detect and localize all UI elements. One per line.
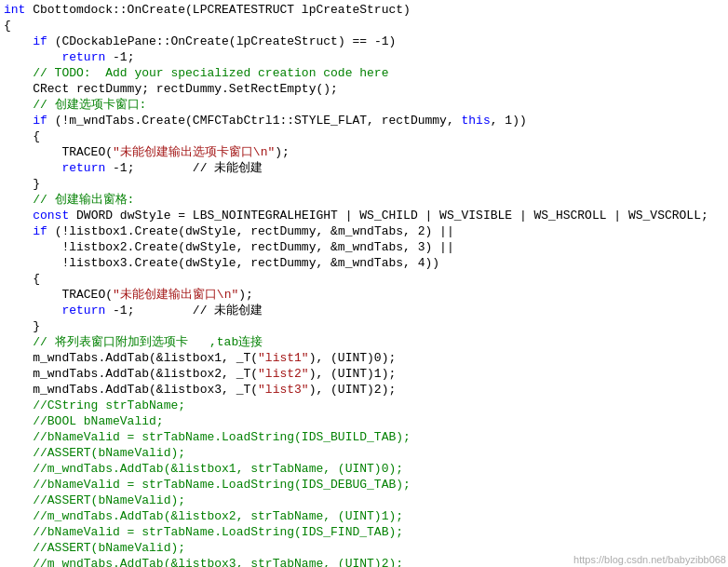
code-line-16: !listbox2.Create(dwStyle, rectDummy, &m_… xyxy=(0,239,728,255)
code-line-28: //bNameValid = strTabName.LoadString(IDS… xyxy=(0,429,728,445)
code-line-13: // 创建输出窗格: xyxy=(0,192,728,208)
code-line-9: { xyxy=(0,128,728,144)
code-line-10: TRACEO("未能创建输出选项卡窗口\n"); xyxy=(0,144,728,160)
code-line-22: // 将列表窗口附加到选项卡 ,tab连接 xyxy=(0,334,728,350)
token: if xyxy=(33,34,47,48)
token xyxy=(4,34,33,48)
code-line-19: TRACEO("未能创建输出窗口\n"); xyxy=(0,287,728,303)
token: //m_wndTabs.AddTab(&listbox3, strTabName… xyxy=(4,557,403,567)
token xyxy=(4,161,61,175)
code-line-26: //CString strTabName; xyxy=(0,398,728,413)
token: //bNameValid = strTabName.LoadString(IDS… xyxy=(4,525,403,539)
token: "未能创建输出窗口\n" xyxy=(113,288,238,302)
line-content: return -1; // 未能创建 xyxy=(0,303,728,318)
token xyxy=(4,224,33,238)
code-line-25: m_wndTabs.AddTab(&listbox3, _T("list3"),… xyxy=(0,382,728,398)
token: !listbox2.Create(dwStyle, rectDummy, &m_… xyxy=(4,240,454,254)
line-content: const DWORD dwStyle = LBS_NOINTEGRALHEIG… xyxy=(0,208,728,223)
token: -1; xyxy=(105,50,134,64)
token: "list3" xyxy=(258,383,309,397)
token: } xyxy=(4,319,40,333)
token: "未能创建输出选项卡窗口\n" xyxy=(113,145,275,159)
token: return xyxy=(61,50,105,64)
token xyxy=(4,50,61,64)
code-lines: int Cbottomdock::OnCreate(LPCREATESTRUCT… xyxy=(0,2,728,567)
token: //ASSERT(bNameValid); xyxy=(4,446,185,460)
token: //m_wndTabs.AddTab(&listbox1, strTabName… xyxy=(4,462,403,476)
token: Cbottomdock::OnCreate(LPCREATESTRUCT lpC… xyxy=(25,3,410,17)
code-line-32: //ASSERT(bNameValid); xyxy=(0,493,728,508)
token: //ASSERT(bNameValid); xyxy=(4,493,185,507)
token: //bNameValid = strTabName.LoadString(IDS… xyxy=(4,478,411,492)
token: // 创建选项卡窗口: xyxy=(4,98,146,112)
token: (!listbox1.Create(dwStyle, rectDummy, &m… xyxy=(47,224,454,238)
token: TRACEO( xyxy=(4,288,113,302)
line-content: // TODO: Add your specialized creation c… xyxy=(0,65,728,81)
line-content: if (!listbox1.Create(dwStyle, rectDummy,… xyxy=(0,223,728,239)
line-content: //bNameValid = strTabName.LoadString(IDS… xyxy=(0,429,728,445)
line-content: //bNameValid = strTabName.LoadString(IDS… xyxy=(0,524,728,540)
token: (CDockablePane::OnCreate(lpCreateStruct)… xyxy=(47,34,396,48)
code-line-31: //bNameValid = strTabName.LoadString(IDS… xyxy=(0,477,728,493)
code-line-30: //m_wndTabs.AddTab(&listbox1, strTabName… xyxy=(0,461,728,477)
line-content: TRACEO("未能创建输出选项卡窗口\n"); xyxy=(0,144,728,160)
line-content: // 创建输出窗格: xyxy=(0,192,728,208)
token: if xyxy=(33,114,47,128)
code-line-27: //BOOL bNameValid; xyxy=(0,413,728,429)
token: !listbox3.Create(dwStyle, rectDummy, &m_… xyxy=(4,256,439,270)
token: -1; // 未能创建 xyxy=(105,161,263,175)
token: // TODO: Add your specialized creation c… xyxy=(4,66,388,80)
code-line-4: return -1; xyxy=(0,49,728,65)
line-content: TRACEO("未能创建输出窗口\n"); xyxy=(0,287,728,303)
line-content: } xyxy=(0,318,728,334)
code-line-11: return -1; // 未能创建 xyxy=(0,160,728,176)
token: TRACEO( xyxy=(4,145,113,159)
line-content: //CString strTabName; xyxy=(0,398,728,413)
line-content: //BOOL bNameValid; xyxy=(0,413,728,429)
code-editor: int Cbottomdock::OnCreate(LPCREATESTRUCT… xyxy=(0,0,728,567)
token: //BOOL bNameValid; xyxy=(4,414,164,428)
line-content: // 将列表窗口附加到选项卡 ,tab连接 xyxy=(0,334,728,350)
watermark: https://blog.csdn.net/babyzibb068 xyxy=(573,554,726,565)
token: // 创建输出窗格: xyxy=(4,193,134,207)
token: this xyxy=(462,114,491,128)
token: if xyxy=(33,224,47,238)
token: //ASSERT(bNameValid); xyxy=(4,541,185,555)
token: ), (UINT)1); xyxy=(309,367,397,381)
line-content: // 创建选项卡窗口: xyxy=(0,97,728,113)
line-content: CRect rectDummy; rectDummy.SetRectEmpty(… xyxy=(0,81,728,97)
token: //m_wndTabs.AddTab(&listbox2, strTabName… xyxy=(4,509,403,523)
token xyxy=(4,209,33,223)
token: } xyxy=(4,177,40,191)
line-content: //m_wndTabs.AddTab(&listbox2, strTabName… xyxy=(0,508,728,524)
token: return xyxy=(61,304,105,317)
line-content: { xyxy=(0,271,728,287)
code-line-21: } xyxy=(0,318,728,334)
line-content: //bNameValid = strTabName.LoadString(IDS… xyxy=(0,477,728,493)
line-content: } xyxy=(0,176,728,192)
token: ); xyxy=(238,288,253,302)
code-line-6: CRect rectDummy; rectDummy.SetRectEmpty(… xyxy=(0,81,728,97)
token: int xyxy=(4,3,25,17)
token: // 将列表窗口附加到选项卡 ,tab连接 xyxy=(4,335,263,349)
token: //CString strTabName; xyxy=(4,398,185,412)
code-line-34: //bNameValid = strTabName.LoadString(IDS… xyxy=(0,524,728,540)
line-content: !listbox3.Create(dwStyle, rectDummy, &m_… xyxy=(0,255,728,271)
token: ); xyxy=(275,145,290,159)
line-content: { xyxy=(0,128,728,144)
token: DWORD dwStyle = LBS_NOINTEGRALHEIGHT | W… xyxy=(69,209,708,223)
token: const xyxy=(33,209,69,223)
line-content: if (!m_wndTabs.Create(CMFCTabCtrl1::STYL… xyxy=(0,113,728,128)
token: , 1)) xyxy=(491,114,527,128)
code-line-7: // 创建选项卡窗口: xyxy=(0,97,728,113)
code-line-1: int Cbottomdock::OnCreate(LPCREATESTRUCT… xyxy=(0,2,728,18)
line-content: //m_wndTabs.AddTab(&listbox1, strTabName… xyxy=(0,461,728,477)
line-content: //ASSERT(bNameValid); xyxy=(0,493,728,508)
token: -1; // 未能创建 xyxy=(105,304,263,317)
line-content: //ASSERT(bNameValid); xyxy=(0,445,728,461)
code-line-12: } xyxy=(0,176,728,192)
token: { xyxy=(4,19,11,33)
code-line-23: m_wndTabs.AddTab(&listbox1, _T("list1"),… xyxy=(0,350,728,366)
token: { xyxy=(4,129,40,143)
code-line-24: m_wndTabs.AddTab(&listbox2, _T("list2"),… xyxy=(0,366,728,382)
